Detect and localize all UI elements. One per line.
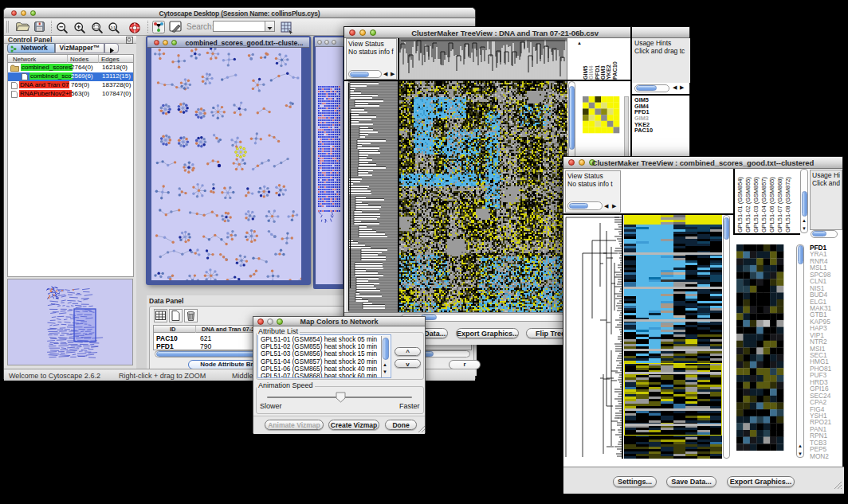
svg-text:GPL51-01 (GSM854): GPL51-01 (GSM854) bbox=[736, 177, 744, 232]
svg-text:GPL51-03 (GSM856): GPL51-03 (GSM856) bbox=[752, 177, 760, 232]
svg-text:GPL51-04 (GSM857): GPL51-04 (GSM857) bbox=[760, 177, 768, 232]
svg-text:1:1: 1:1 bbox=[111, 25, 116, 29]
svg-text:GPL51-02 (GSM855): GPL51-02 (GSM855) bbox=[744, 177, 752, 232]
svg-text:GPL51-08 (GSM872): GPL51-08 (GSM872) bbox=[784, 177, 791, 232]
svg-text:GPL51-06 (GSM865): GPL51-06 (GSM865) bbox=[768, 177, 775, 232]
svg-text:GPL51-07 (GSM868): GPL51-07 (GSM868) bbox=[776, 177, 783, 232]
svg-text:PAC10: PAC10 bbox=[611, 61, 618, 80]
